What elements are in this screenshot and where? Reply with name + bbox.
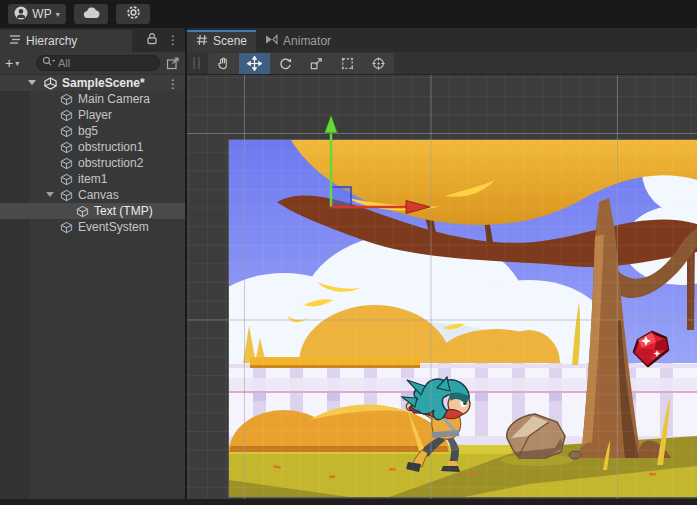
scene-grid-icon <box>196 34 208 49</box>
account-label: WP <box>32 7 51 21</box>
tab-scene-label: Scene <box>213 34 247 48</box>
chevron-down-icon: ▾ <box>15 59 19 68</box>
rotate-tool-button[interactable] <box>270 53 301 74</box>
lock-icon[interactable] <box>146 32 158 48</box>
gear-icon <box>126 5 141 23</box>
gameobject-cube-icon <box>60 221 73 237</box>
hierarchy-menu-kebab-icon[interactable]: ⋮ <box>167 35 179 45</box>
user-avatar-icon <box>14 6 28 23</box>
hierarchy-item-player[interactable]: Player <box>0 107 185 123</box>
search-input[interactable] <box>58 57 154 69</box>
search-icon <box>42 56 55 70</box>
hierarchy-item-bg5[interactable]: bg5 <box>0 123 185 139</box>
animator-icon <box>265 34 278 48</box>
tool-group <box>208 53 394 74</box>
tab-scene[interactable]: Scene <box>187 30 256 52</box>
tab-hierarchy-label: Hierarchy <box>26 34 77 48</box>
hierarchy-item-eventsystem[interactable]: EventSystem <box>0 219 185 235</box>
transform-tool-button[interactable] <box>363 53 394 74</box>
hierarchy-item-text-tmp[interactable]: Text (TMP) <box>0 203 185 219</box>
chevron-down-icon: ▾ <box>56 10 60 19</box>
tab-animator-label: Animator <box>283 34 331 48</box>
hierarchy-item-main-camera[interactable]: Main Camera <box>0 91 185 107</box>
foldout-expanded-icon[interactable] <box>46 192 54 197</box>
hierarchy-item-canvas[interactable]: Canvas <box>0 187 185 203</box>
gizmo-y-arrowhead <box>325 115 338 133</box>
game-camera-view <box>229 140 697 497</box>
hierarchy-panel: Hierarchy ⋮ + ▾ <box>0 28 187 499</box>
settings-button[interactable] <box>116 4 150 24</box>
hierarchy-tab-bar: Hierarchy ⋮ <box>0 28 185 52</box>
account-button[interactable]: WP ▾ <box>8 4 66 24</box>
plus-icon: + <box>5 55 13 71</box>
scale-tool-button[interactable] <box>301 53 332 74</box>
scene-toolbar <box>187 52 697 75</box>
move-tool-button[interactable] <box>239 53 270 74</box>
hierarchy-item-item1[interactable]: item1 <box>0 171 185 187</box>
window-bottom-edge <box>0 499 697 505</box>
toolbar-drag-handle[interactable] <box>193 57 200 69</box>
hierarchy-item-obstruction1[interactable]: obstruction1 <box>0 139 185 155</box>
hierarchy-toolbar: + ▾ <box>0 52 185 75</box>
hierarchy-list-icon <box>9 34 21 48</box>
scene-panel: Scene Animator <box>187 28 697 499</box>
scene-name: SampleScene* <box>62 76 145 90</box>
hierarchy-item-obstruction2[interactable]: obstruction2 <box>0 155 185 171</box>
hand-tool-button[interactable] <box>208 53 239 74</box>
add-gameobject-button[interactable]: + ▾ <box>5 55 19 71</box>
cloud-services-button[interactable] <box>74 4 108 24</box>
foldout-expanded-icon[interactable] <box>28 80 36 85</box>
cloud-icon <box>83 7 100 22</box>
scene-tab-bar: Scene Animator <box>187 28 697 52</box>
rect-tool-button[interactable] <box>332 53 363 74</box>
hierarchy-tree: SampleScene* ⋮ Main Camera Player bg5 ob… <box>0 75 185 499</box>
hierarchy-search-box[interactable] <box>36 55 160 71</box>
tab-animator[interactable]: Animator <box>256 30 340 52</box>
platform <box>250 357 420 368</box>
hierarchy-scene-row[interactable]: SampleScene* ⋮ <box>0 75 185 91</box>
scene-menu-kebab-icon[interactable]: ⋮ <box>167 77 179 91</box>
editor-top-bar: WP ▾ <box>0 0 697 28</box>
open-search-window-icon[interactable] <box>166 56 180 73</box>
tab-hierarchy[interactable]: Hierarchy <box>0 30 132 52</box>
scene-viewport[interactable] <box>187 75 697 499</box>
